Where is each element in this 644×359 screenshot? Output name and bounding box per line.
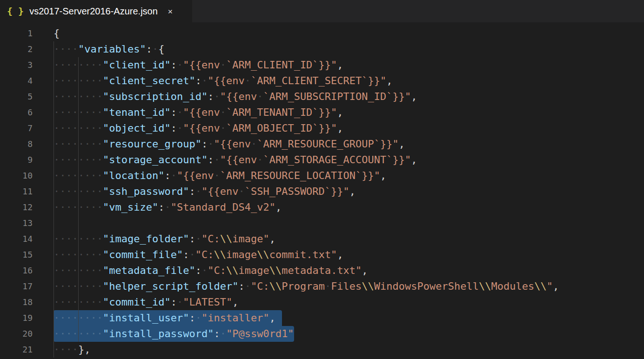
whitespace-dot: ·: [78, 91, 84, 102]
whitespace-dot: ·: [91, 186, 97, 197]
whitespace-dot: ·: [91, 170, 97, 181]
whitespace-dot: ·: [195, 233, 201, 245]
code-line[interactable]: 2····"variables":·{: [0, 41, 644, 57]
code-line[interactable]: 8········"resource_group":·"{{env·`ARM_R…: [0, 136, 644, 152]
line-number[interactable]: 12: [0, 199, 33, 215]
line-number[interactable]: 16: [0, 263, 33, 279]
code-line[interactable]: 16········"metadata_file":·"C:\\image\\m…: [0, 263, 644, 279]
whitespace-dot: ·: [60, 233, 66, 245]
tab-vs2017-server2016-azure-json[interactable]: { } vs2017-Server2016-Azure.json ✕: [0, 0, 192, 22]
whitespace-dot: ·: [60, 280, 66, 292]
code-line[interactable]: 3········"client_id":·"{{env·`ARM_CLIENT…: [0, 57, 644, 73]
whitespace-dot: ·: [257, 91, 263, 102]
whitespace-dot: ·: [84, 328, 90, 339]
token-key: "ssh_password": [103, 186, 189, 197]
whitespace-dot: ·: [201, 75, 208, 86]
code-line[interactable]: 12········"vm_size":·"Standard_DS4_v2",: [0, 199, 644, 215]
whitespace-dot: ·: [60, 106, 66, 118]
whitespace-dot: ·: [66, 186, 72, 197]
whitespace-dot: ·: [97, 265, 103, 276]
whitespace-dot: ·: [84, 296, 90, 308]
token-str: "C:: [195, 249, 214, 260]
code-area[interactable]: 1{2····"variables":·{3········"client_id…: [0, 26, 644, 358]
code-line[interactable]: 9········"storage_account":·"{{env·`ARM_…: [0, 152, 644, 168]
whitespace-dot: ·: [208, 138, 214, 150]
code-line[interactable]: 11········"ssh_password":·"{{env·`SSH_PA…: [0, 184, 644, 199]
line-number[interactable]: 4: [0, 73, 33, 89]
token-punct: :·: [171, 59, 183, 71]
whitespace-dot: ·: [220, 59, 226, 71]
whitespace-dot: ·: [72, 106, 78, 118]
token-str: "C:: [208, 265, 226, 276]
whitespace-dot: ·: [91, 59, 97, 71]
code-text: ········"storage_account":·"{{env·`ARM_S…: [54, 152, 417, 168]
token-str: "{{env·`ARM_TENANT_ID`}}": [183, 106, 337, 118]
code-line[interactable]: 14········"image_folder":·"C:\\image",: [0, 231, 644, 247]
token-esc: \\: [220, 233, 233, 245]
whitespace-dot: ·: [91, 106, 97, 118]
whitespace-dot: ·: [72, 170, 78, 181]
line-number[interactable]: 19: [0, 310, 33, 326]
line-number[interactable]: 14: [0, 231, 33, 247]
whitespace-dot: ·: [60, 312, 66, 324]
code-line[interactable]: 10········"location":·"{{env·`ARM_RESOUR…: [0, 168, 644, 184]
whitespace-dot: ·: [54, 328, 60, 339]
line-number[interactable]: 3: [0, 57, 33, 73]
whitespace-dot: ·: [72, 122, 78, 134]
code-line[interactable]: 17········"helper_script_folder":·"C:\\P…: [0, 279, 644, 294]
whitespace-dot: ·: [245, 75, 251, 86]
code-line[interactable]: 21····},: [0, 342, 644, 358]
line-number[interactable]: 1: [0, 26, 33, 41]
whitespace-dot: ·: [60, 154, 66, 166]
line-number[interactable]: 21: [0, 342, 33, 358]
whitespace-dot: ·: [78, 265, 84, 276]
token-punct: :·: [171, 122, 183, 134]
line-number[interactable]: 18: [0, 294, 33, 310]
line-number[interactable]: 15: [0, 247, 33, 263]
token-str: "{{env·`ARM_OBJECT_ID`}}": [183, 122, 337, 134]
code-line[interactable]: 15········"commit_file":·"C:\\image\\com…: [0, 247, 644, 263]
whitespace-dot: ·: [201, 265, 208, 276]
token-punct: ········: [54, 312, 103, 324]
line-number[interactable]: 10: [0, 168, 33, 184]
token-key: "image_folder": [103, 233, 189, 245]
token-punct: ,: [349, 186, 356, 197]
whitespace-dot: ·: [72, 280, 78, 292]
token-punct: ,: [337, 249, 343, 260]
code-line[interactable]: 6········"tenant_id":·"{{env·`ARM_TENANT…: [0, 105, 644, 120]
token-str: "C:: [251, 280, 269, 292]
whitespace-dot: ·: [54, 249, 60, 260]
line-number[interactable]: 6: [0, 105, 33, 120]
whitespace-dot: ·: [54, 43, 60, 55]
whitespace-dot: ·: [78, 75, 84, 86]
whitespace-dot: ·: [66, 122, 72, 134]
token-punct: :·: [195, 75, 208, 86]
code-line[interactable]: 1{: [0, 26, 644, 41]
code-text: ········"location":·"{{env·`ARM_RESOURCE…: [54, 168, 386, 184]
line-number[interactable]: 8: [0, 136, 33, 152]
whitespace-dot: ·: [84, 122, 90, 134]
line-number[interactable]: 5: [0, 89, 33, 105]
token-punct: :·: [171, 296, 183, 308]
line-number[interactable]: 2: [0, 41, 33, 57]
code-content: ········"tenant_id":·"{{env·`ARM_TENANT_…: [54, 105, 343, 120]
code-line[interactable]: 20········"install_password":·"P@ssw0rd1…: [0, 326, 644, 342]
code-line[interactable]: 5········"subscription_id":·"{{env·`ARM_…: [0, 89, 644, 105]
line-number[interactable]: 9: [0, 152, 33, 168]
token-key: "helper_script_folder": [103, 280, 238, 292]
code-line[interactable]: 13: [0, 215, 644, 231]
whitespace-dot: ·: [66, 106, 72, 118]
editor[interactable]: 1{2····"variables":·{3········"client_id…: [0, 22, 644, 359]
line-number[interactable]: 20: [0, 326, 33, 342]
line-number[interactable]: 17: [0, 279, 33, 294]
code-line[interactable]: 7········"object_id":·"{{env·`ARM_OBJECT…: [0, 120, 644, 136]
line-number[interactable]: 11: [0, 184, 33, 199]
code-line[interactable]: 18········"commit_id":·"LATEST",: [0, 294, 644, 310]
line-number[interactable]: 7: [0, 120, 33, 136]
whitespace-dot: ·: [91, 138, 97, 150]
line-number[interactable]: 13: [0, 215, 33, 231]
close-icon[interactable]: ✕: [168, 7, 173, 16]
code-line[interactable]: 19········"install_user":·"installer",: [0, 310, 644, 326]
code-line[interactable]: 4········"client_secret":·"{{env·`ARM_CL…: [0, 73, 644, 89]
whitespace-dot: ·: [220, 122, 226, 134]
